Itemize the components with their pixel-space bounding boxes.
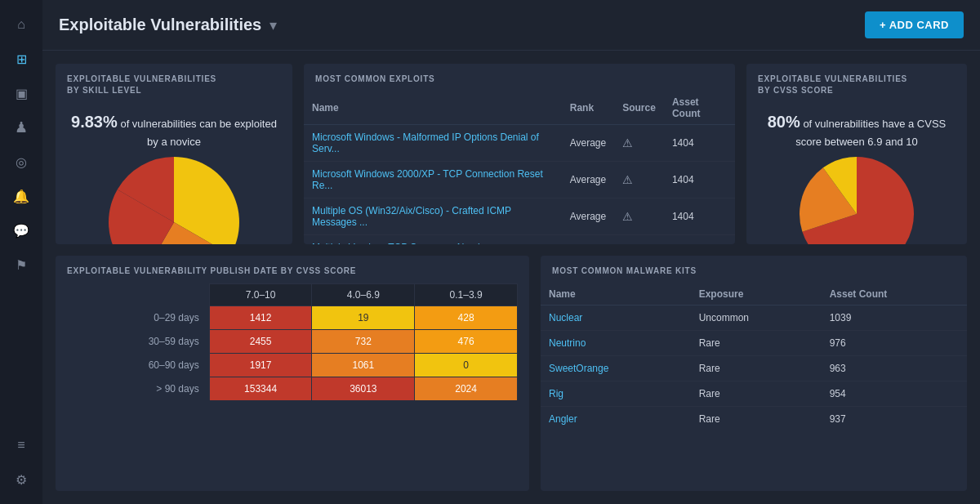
table-row: 0–29 days 1412 19 428 <box>67 306 518 330</box>
skill-stat: 9.83% of vulnerabilities can be exploite… <box>67 109 281 150</box>
monitor-icon[interactable]: ▣ <box>7 78 36 108</box>
heat-cell: 1061 <box>312 354 415 377</box>
table-row: Microsoft Windows - Malformed IP Options… <box>304 125 735 162</box>
malware-asset-count: 963 <box>822 356 967 381</box>
list-item: Rig Rare 954 <box>541 381 967 407</box>
exploit-source: ⚠ <box>614 198 664 235</box>
malware-name: Rig <box>541 381 691 407</box>
heat-cell: 1412 <box>209 306 312 330</box>
exploit-name: Multiple OS (Win32/Aix/Cisco) - Crafted … <box>304 198 562 235</box>
heat-cell: 0 <box>415 354 518 377</box>
exploit-rank: Average <box>562 125 614 162</box>
malware-card-body: Name Exposure Asset Count Nuclear Uncomm… <box>541 283 967 491</box>
bottom-row: EXPLOITABLE VULNERABILITY PUBLISH DATE B… <box>56 256 967 491</box>
heat-cell: 428 <box>415 306 518 330</box>
cvss-card: EXPLOITABLE VULNERABILITIES BY CVSS SCOR… <box>746 64 967 244</box>
malware-asset-count: 1039 <box>822 306 967 331</box>
skill-pie-chart <box>109 157 239 245</box>
content-area: EXPLOITABLE VULNERABILITIES BY SKILL LEV… <box>42 51 980 504</box>
heat-cell: 36013 <box>312 377 415 401</box>
list-icon[interactable]: ≡ <box>7 430 36 460</box>
chat-icon[interactable]: 💬 <box>7 216 36 245</box>
heat-cell: 19 <box>312 306 415 330</box>
exploits-header: MOST COMMON EXPLOITS <box>304 64 735 91</box>
exploit-name: Microsoft Windows - Malformed IP Options… <box>304 125 562 162</box>
list-item: SweetOrange Rare 963 <box>541 356 967 381</box>
home-icon[interactable]: ⌂ <box>7 10 36 39</box>
add-card-button[interactable]: + ADD CARD <box>865 11 964 38</box>
exploit-source: ⚠ <box>614 162 664 198</box>
sidebar: ⌂ ⊞ ▣ ♟ ◎ 🔔 💬 ⚑ ≡ ⚙ <box>0 0 42 504</box>
list-item: Neutrino Rare 976 <box>541 331 967 356</box>
bell-icon[interactable]: 🔔 <box>7 181 36 211</box>
exploit-rank: Average <box>562 235 614 245</box>
check-circle-icon[interactable]: ◎ <box>7 147 36 176</box>
publish-header: EXPLOITABLE VULNERABILITY PUBLISH DATE B… <box>56 256 529 283</box>
person-icon[interactable]: ♟ <box>7 113 36 142</box>
list-item: Angler Rare 937 <box>541 407 967 432</box>
skill-pie-container <box>67 157 281 245</box>
cvss-card-header: EXPLOITABLE VULNERABILITIES BY CVSS SCOR… <box>746 64 967 103</box>
mal-col-exposure: Exposure <box>691 283 822 306</box>
malware-exposure: Rare <box>691 381 822 407</box>
heat-col-mid: 4.0–6.9 <box>312 284 415 306</box>
malware-name: Angler <box>541 407 691 432</box>
dropdown-chevron[interactable]: ▾ <box>270 16 277 34</box>
malware-header: MOST COMMON MALWARE KITS <box>541 256 967 283</box>
malware-exposure: Rare <box>691 331 822 356</box>
malware-exposure: Rare <box>691 407 822 432</box>
exploit-source: ⚠ <box>614 125 664 162</box>
heat-row-label: 30–59 days <box>67 330 209 354</box>
exploits-card: MOST COMMON EXPLOITS Name Rank Source As… <box>304 64 735 244</box>
cvss-card-body: 80% of vulnerabilities have a CVSS score… <box>746 103 967 244</box>
exploits-body: Name Rank Source Asset Count Microsoft W… <box>304 91 735 244</box>
malware-table: Name Exposure Asset Count Nuclear Uncomm… <box>541 283 967 431</box>
exploit-rank: Average <box>562 162 614 198</box>
heat-table: 7.0–10 4.0–6.9 0.1–3.9 0–29 days 1412 19… <box>67 283 518 400</box>
col-asset-count: Asset Count <box>664 91 735 125</box>
malware-name: Nuclear <box>541 306 691 331</box>
malware-exposure: Uncommon <box>691 306 822 331</box>
heat-cell: 1917 <box>209 354 312 377</box>
exploit-asset-count: 1404 <box>664 235 735 245</box>
col-rank: Rank <box>562 91 614 125</box>
heat-cell: 732 <box>312 330 415 354</box>
exploits-table: Name Rank Source Asset Count Microsoft W… <box>304 91 735 244</box>
exploit-asset-count: 1404 <box>664 125 735 162</box>
exploit-name: Multiple Vendor - TCP Sequence Number Ap… <box>304 235 562 245</box>
malware-asset-count: 937 <box>822 407 967 432</box>
cvss-stat: 80% of vulnerabilities have a CVSS score… <box>758 109 956 150</box>
skill-card-header: EXPLOITABLE VULNERABILITIES BY SKILL LEV… <box>56 64 292 103</box>
exploit-source: ⚠ <box>614 235 664 245</box>
top-row: EXPLOITABLE VULNERABILITIES BY SKILL LEV… <box>56 64 967 244</box>
table-row: > 90 days 153344 36013 2024 <box>67 377 518 401</box>
heat-cell: 476 <box>415 330 518 354</box>
table-row: 60–90 days 1917 1061 0 <box>67 354 518 377</box>
malware-card: MOST COMMON MALWARE KITS Name Exposure A… <box>541 256 967 491</box>
dashboard-icon[interactable]: ⊞ <box>7 44 36 74</box>
page-title: Exploitable Vulnerabilities <box>59 16 261 34</box>
cvss-pie-chart <box>800 157 914 245</box>
cvss-pie-container <box>758 157 956 245</box>
publish-card-body: 7.0–10 4.0–6.9 0.1–3.9 0–29 days 1412 19… <box>56 283 529 407</box>
gear-icon[interactable]: ⚙ <box>7 465 36 494</box>
malware-exposure: Rare <box>691 356 822 381</box>
malware-asset-count: 954 <box>822 381 967 407</box>
publish-card: EXPLOITABLE VULNERABILITY PUBLISH DATE B… <box>56 256 529 491</box>
heat-row-label: 0–29 days <box>67 306 209 330</box>
heat-cell: 2455 <box>209 330 312 354</box>
heat-cell: 153344 <box>209 377 312 401</box>
table-row: 30–59 days 2455 732 476 <box>67 330 518 354</box>
exploit-rank: Average <box>562 198 614 235</box>
pin-icon[interactable]: ⚑ <box>7 250 36 279</box>
skill-card-body: 9.83% of vulnerabilities can be exploite… <box>56 103 292 244</box>
mal-col-asset-count: Asset Count <box>822 283 967 306</box>
heat-col-empty <box>67 284 209 306</box>
col-name: Name <box>304 91 562 125</box>
main-content: Exploitable Vulnerabilities ▾ + ADD CARD… <box>42 0 980 504</box>
heat-row-label: 60–90 days <box>67 354 209 377</box>
exploits-table-wrapper: Name Rank Source Asset Count Microsoft W… <box>304 91 735 244</box>
col-source: Source <box>614 91 664 125</box>
table-row: Microsoft Windows 2000/XP - TCP Connecti… <box>304 162 735 198</box>
header-left: Exploitable Vulnerabilities ▾ <box>59 16 277 34</box>
